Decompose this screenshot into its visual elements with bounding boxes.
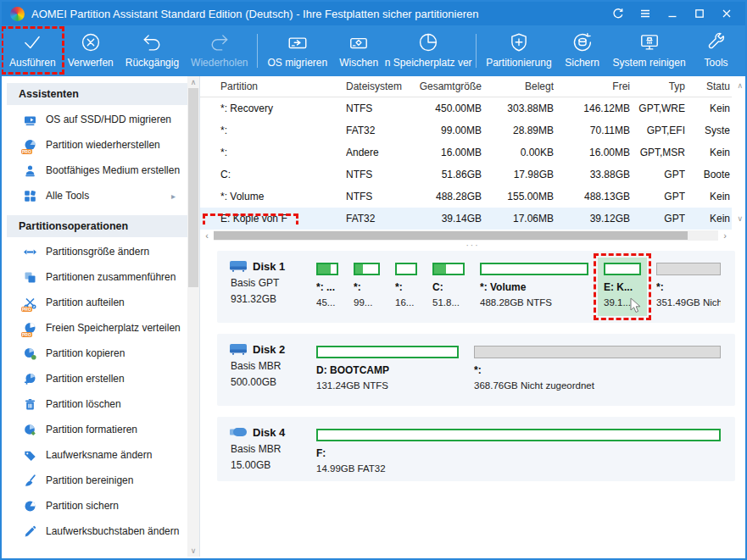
table-row[interactable]: *: Volume NTFS 488.28GB 155.00MB 488.13G… xyxy=(200,186,732,208)
table-row[interactable]: *: Andere 16.00MB 0.00KB 16.00MB GPT,MSR… xyxy=(200,141,732,164)
col-typ: Typ xyxy=(630,80,685,92)
toolbar-button-ausfuehren[interactable]: Ausführen xyxy=(3,25,62,76)
partition-block[interactable]: *: 16... xyxy=(389,258,423,316)
toolbar-button-speicherplatz-verteilen[interactable]: n Speicherplatz ver xyxy=(384,25,472,76)
sidebar-item-partition-sichern[interactable]: Partition sichern xyxy=(7,493,187,518)
scroll-right-icon[interactable]: › xyxy=(718,230,732,241)
table-row[interactable]: *: FAT32 99.00MB 28.89MB 70.11MB GPT,EFI… xyxy=(200,119,732,141)
table-scroll-up-icon[interactable]: ∧ xyxy=(737,81,743,90)
col-gesamtgroesse: Gesamtgröße xyxy=(409,80,482,92)
sidebar-item-partition-wiederherstellen[interactable]: PRO Partition wiederherstellen xyxy=(7,132,187,158)
sidebar-item-partitionen-zusammenfuehren[interactable]: Partitionen zusammenführen xyxy=(7,264,187,290)
table-horizontal-scrollbar[interactable]: ‹ › xyxy=(200,230,732,241)
table-row-selected[interactable]: E: Kopie von F FAT32 39.14GB 17.06MB 39.… xyxy=(200,208,732,230)
disk-info[interactable]: Disk 4 Basis MBR 15.00GB xyxy=(229,424,310,474)
table-scroll-down-icon[interactable]: ∨ xyxy=(737,214,743,223)
maximize-button[interactable] xyxy=(688,4,711,23)
sidebar-item-partition-erstellen[interactable]: Partition erstellen xyxy=(7,366,187,391)
partition-block-unallocated[interactable]: *: 351.49GB Nicht ... xyxy=(650,258,727,316)
scroll-left-icon[interactable]: ‹ xyxy=(200,230,214,241)
sidebar-item-partition-bereinigen[interactable]: Partition bereinigen xyxy=(7,468,187,493)
sidebar: Assistenten OS auf SSD/HDD migrieren PRO… xyxy=(2,76,200,557)
hdd-icon xyxy=(229,259,248,273)
sidebar-item-partition-formatieren[interactable]: Partition formatieren xyxy=(7,417,187,442)
submenu-arrow-icon: ▸ xyxy=(171,191,176,201)
bootable-media-person-icon xyxy=(24,164,36,177)
copy-partition-icon xyxy=(24,347,36,360)
sidebar-item-partitionsgroesse-aendern[interactable]: Partitionsgröße ändern xyxy=(7,239,187,264)
sidebar-item-bootfaehiges-medium[interactable]: Bootfähiges Medium erstellen xyxy=(7,158,187,183)
minimize-button[interactable] xyxy=(661,4,684,23)
pro-badge: PRO xyxy=(21,307,32,312)
sidebar-item-laufwerksname-aendern[interactable]: Laufwerksname ändern xyxy=(7,442,187,468)
sidebar-item-laufwerksbuchstaben-aendern[interactable]: Laufwerksbuchstaben ändern xyxy=(7,518,187,544)
toolbar-button-os-migrieren[interactable]: OS migrieren xyxy=(261,25,333,76)
partition-block-unallocated[interactable]: *: 368.76GB Nicht zugeordnet xyxy=(468,341,727,399)
partition-block[interactable]: D: BOOTCAMP 131.24GB NTFS xyxy=(310,341,465,399)
partition-block[interactable]: C: 51.8... xyxy=(426,258,471,316)
disk-card-4: Disk 4 Basis MBR 15.00GB F: 14.99GB FAT3… xyxy=(217,417,735,481)
merge-partitions-icon xyxy=(24,271,36,284)
toolbar-button-rueckgaengig[interactable]: Rückgängig xyxy=(120,25,185,76)
sidebar-item-freien-speicherplatz-verteilen[interactable]: PRO Freien Speicherplatz verteilen xyxy=(7,315,187,341)
mouse-cursor-icon xyxy=(630,297,642,314)
usb-drive-icon xyxy=(229,425,248,439)
backup-partition-pie-icon xyxy=(24,500,36,513)
toolbar-button-wischen[interactable]: Wischen xyxy=(333,25,384,76)
migrate-disk-icon xyxy=(24,114,36,126)
col-frei: Frei xyxy=(554,80,630,92)
partition-block[interactable]: F: 14.99GB FAT32 xyxy=(310,424,727,474)
table-header: Partition Dateisystem Gesamtgröße Belegt… xyxy=(200,76,732,97)
col-status: Statu xyxy=(685,80,732,92)
toolbar-button-sichern[interactable]: Sichern xyxy=(558,25,607,76)
scrollbar-thumb[interactable] xyxy=(188,88,198,287)
toolbar-button-wiederholen[interactable]: Wiederholen xyxy=(185,25,254,76)
col-belegt: Belegt xyxy=(482,80,554,92)
wrench-icon xyxy=(705,31,727,53)
toolbar-button-partitionierung[interactable]: Partitionierung xyxy=(480,25,557,76)
toolbar-button-verwerfen[interactable]: Verwerfen xyxy=(62,25,120,76)
scroll-up-icon[interactable]: ∧ xyxy=(187,76,199,88)
scroll-down-icon[interactable]: ∨ xyxy=(187,545,199,557)
partition-block[interactable]: *: Volume 488.28GB NTFS xyxy=(474,258,594,316)
titlebar: AOMEI Partition Assistant Standard Editi… xyxy=(2,2,745,25)
sidebar-item-partition-loeschen[interactable]: Partition löschen xyxy=(7,391,187,417)
format-partition-icon xyxy=(24,424,36,436)
clean-partition-broom-icon xyxy=(24,474,36,487)
partition-block[interactable]: *: 99... xyxy=(348,258,386,316)
table-row[interactable]: *: Recovery NTFS 450.00MB 303.88MB 146.1… xyxy=(200,97,732,119)
toolbar-separator xyxy=(476,34,477,68)
partition-table: Partition Dateisystem Gesamtgröße Belegt… xyxy=(200,76,745,241)
sidebar-scrollbar[interactable]: ∧ ∨ xyxy=(187,76,199,557)
table-row[interactable]: C: NTFS 51.86GB 17.98GB 33.88GB GPT Boot… xyxy=(200,164,732,186)
sidebar-item-partition-aufteilen[interactable]: PRO Partition aufteilen xyxy=(7,290,187,315)
partition-block[interactable]: *: ... 45... xyxy=(310,258,344,316)
disk-info[interactable]: Disk 1 Basis GPT 931.32GB xyxy=(229,258,310,316)
toolbar-separator xyxy=(257,34,258,68)
toolbar-button-system-reinigen[interactable]: System reinigen xyxy=(607,25,692,76)
disk-area: Disk 1 Basis GPT 931.32GB *: ... 45... xyxy=(200,249,745,557)
col-partition: Partition xyxy=(200,80,346,92)
sidebar-item-os-migrieren[interactable]: OS auf SSD/HDD migrieren xyxy=(7,107,187,132)
all-tools-grid-icon xyxy=(24,190,36,202)
close-button[interactable] xyxy=(715,4,739,23)
resize-partition-icon xyxy=(24,246,36,258)
toolbar: Ausführen Verwerfen Rückgängig Wiederhol… xyxy=(2,25,745,76)
pro-badge: PRO xyxy=(21,149,32,154)
hdd-icon xyxy=(229,342,248,356)
splitter-handle[interactable]: ··· xyxy=(200,241,745,249)
discard-circle-x-icon xyxy=(80,31,102,53)
disk-info[interactable]: Disk 2 Basis MBR 500.00GB xyxy=(229,341,310,399)
clean-system-monitor-icon xyxy=(638,31,661,53)
sidebar-item-partition-kopieren[interactable]: Partition kopieren xyxy=(7,341,187,366)
menu-icon[interactable] xyxy=(633,4,657,23)
sidebar-section-partitionsoperationen: Partitionsoperationen xyxy=(7,215,187,237)
scrollbar-thumb[interactable] xyxy=(214,231,688,240)
create-partition-icon xyxy=(24,373,36,385)
toolbar-button-tools[interactable]: Tools xyxy=(692,25,741,76)
sidebar-item-alle-tools[interactable]: Alle Tools ▸ xyxy=(7,183,187,208)
partition-block-selected[interactable]: E: K... 39.1... xyxy=(598,258,647,316)
refresh-icon[interactable] xyxy=(606,4,630,23)
check-icon xyxy=(21,31,43,53)
undo-icon xyxy=(141,31,163,53)
